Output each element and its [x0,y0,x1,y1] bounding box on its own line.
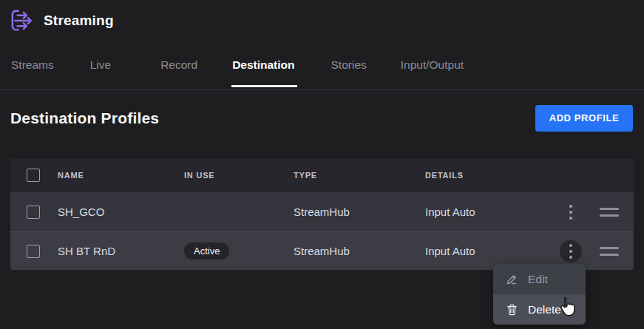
table-row: SH_GCO StreamHub Input Auto [10,192,634,231]
row-checkbox[interactable] [27,206,40,219]
profile-type: StreamHub [294,245,425,257]
profile-name: SH_GCO [58,206,184,218]
page-head: Destination Profiles ADD PROFILE [10,104,633,132]
tab-stories[interactable]: Stories [331,58,367,89]
tab-streams[interactable]: Streams [11,58,54,89]
row-context-menu: Edit Delete [493,264,586,325]
profile-name: SH BT RnD [58,245,184,257]
row-actions-kebab-icon[interactable] [560,240,582,262]
streaming-app: Streaming Streams Live Record Destinatio… [0,0,644,270]
tab-record[interactable]: Record [160,58,197,89]
tab-destination[interactable]: Destination [232,58,294,89]
column-header-details: DETAILS [425,171,555,180]
profile-details: Input Auto [425,245,555,257]
table-header-row: NAME IN USE TYPE DETAILS [10,158,634,192]
add-profile-button[interactable]: ADD PROFILE [535,105,633,132]
profile-type: StreamHub [294,206,425,218]
menu-item-delete[interactable]: Delete [493,294,586,325]
app-title: Streaming [44,13,114,29]
column-header-type: TYPE [294,171,425,180]
streaming-logo-icon [9,7,35,34]
trash-icon [506,303,518,316]
pencil-icon [506,273,518,285]
column-header-name: NAME [58,171,184,180]
tab-bar: Streams Live Record Destination Stories … [0,38,644,90]
tab-live[interactable]: Live [90,58,111,89]
row-checkbox[interactable] [27,245,40,258]
drag-handle-icon[interactable] [600,247,619,256]
menu-item-edit[interactable]: Edit [493,264,586,294]
profile-details: Input Auto [425,206,555,218]
app-header: Streaming [0,0,644,38]
row-actions-kebab-icon[interactable] [560,201,582,223]
destination-profiles-table: NAME IN USE TYPE DETAILS SH_GCO StreamHu… [10,158,634,270]
active-status-badge: Active [184,242,229,260]
column-header-in-use: IN USE [184,171,294,180]
drag-handle-icon[interactable] [600,208,619,217]
tab-input-output[interactable]: Input/Output [401,58,464,89]
select-all-checkbox[interactable] [27,169,40,182]
page-title: Destination Profiles [10,109,159,127]
